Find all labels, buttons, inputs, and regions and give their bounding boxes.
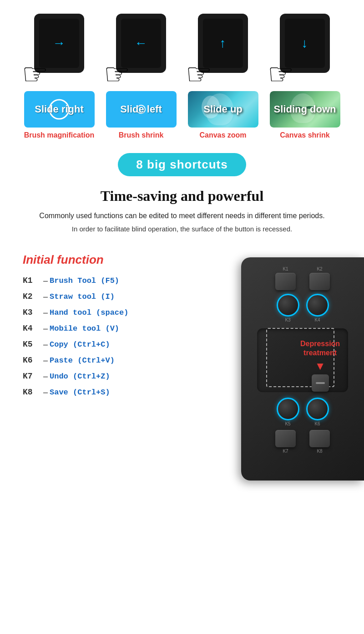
key-function-k4: Mobile tool (V) (50, 324, 119, 333)
gesture-image-right: → ☞ (24, 9, 95, 89)
gesture-item-down: ↓ ☞ Sliding down Canvas shrink (266, 9, 344, 139)
key-list: K1 – Brush Tool (F5) K2 – Straw tool (I)… (23, 276, 182, 397)
key-dash-k8: – (43, 388, 48, 397)
key-label-k2: K2 (23, 292, 43, 301)
key-label-k3: K3 (23, 308, 43, 317)
depression-annotation: Depression treatment ▼ (300, 339, 340, 392)
depression-button-line (316, 382, 325, 384)
key-label-k4: K4 (23, 324, 43, 333)
dial-row-bottom: K5 K6 (248, 398, 357, 426)
key-dash-k1: – (43, 276, 48, 286)
slide-left-text: Slide left (120, 103, 162, 115)
top-key-row: K1 K2 (248, 266, 357, 290)
caption-right: Brush magnification (24, 131, 95, 139)
key-function-k1: Brush Tool (F5) (50, 276, 119, 285)
k2-label: K2 (317, 266, 322, 271)
k8-button[interactable] (309, 430, 330, 447)
time-saving-desc2: In order to facilitate blind operation, … (14, 224, 350, 235)
gesture-item-left: ← ☞ Slide left Brush shrink (102, 9, 180, 139)
time-saving-desc1: Commonly used functions can be edited to… (14, 210, 350, 222)
shortcuts-badge: 8 big shortcuts (118, 153, 246, 176)
key-label-k1: K1 (23, 276, 43, 285)
key-dash-k4: – (43, 324, 48, 333)
initial-title: Initial function (23, 253, 182, 267)
gesture-image-up: ↑ ☞ (188, 9, 258, 89)
slide-left-label: Slide left (106, 91, 177, 128)
hand-left: ☞ (104, 57, 130, 91)
key-item-k3: K3 – Hand tool (space) (23, 308, 182, 317)
gesture-section: → ☞ Slide right Brush magnification ← ☞ … (0, 0, 364, 144)
k3-dial[interactable] (277, 294, 299, 317)
k8-group: K8 (309, 430, 330, 454)
slide-right-label: Slide right (24, 91, 95, 128)
hand-down: ☞ (268, 57, 294, 91)
key-label-k7: K7 (23, 372, 43, 381)
k4-label: K4 (314, 317, 320, 322)
key-dash-k5: – (43, 340, 48, 349)
arrow-left-icon: ← (135, 36, 147, 51)
k1-group: K1 (275, 266, 296, 290)
arrow-down-icon: ↓ (302, 36, 308, 51)
bottom-key-row: K7 K8 (248, 430, 357, 454)
key-label-k8: K8 (23, 388, 43, 397)
k2-button[interactable] (309, 273, 330, 290)
key-dash-k6: – (43, 356, 48, 365)
k5-dial[interactable] (277, 398, 299, 420)
initial-right: Depression treatment ▼ K1 K2 (182, 253, 355, 471)
depression-button (312, 374, 329, 392)
slide-up-text: Slide up (203, 103, 243, 115)
key-function-k5: Copy (Ctrl+C) (50, 340, 110, 349)
initial-section: Initial function K1 – Brush Tool (F5) K2… (0, 244, 364, 481)
k4-group: K4 (306, 294, 329, 322)
time-saving-section: Time-saving and powerful Commonly used f… (0, 183, 364, 244)
k8-label: K8 (317, 449, 322, 454)
k5-group: K5 (277, 398, 299, 426)
k3-group: K3 (277, 294, 299, 322)
k7-button[interactable] (275, 430, 296, 447)
gesture-image-left: ← ☞ (106, 9, 177, 89)
caption-left: Brush shrink (119, 131, 164, 139)
key-item-k1: K1 – Brush Tool (F5) (23, 276, 182, 286)
depression-text: Depression treatment (300, 339, 340, 358)
key-label-k5: K5 (23, 340, 43, 349)
key-item-k4: K4 – Mobile tool (V) (23, 324, 182, 333)
slide-down-label: Sliding down (270, 91, 340, 128)
key-label-k6: K6 (23, 356, 43, 365)
key-function-k7: Undo (Ctrl+Z) (50, 372, 110, 381)
gesture-item-up: ↑ ☞ Slide up Canvas zoom (184, 9, 262, 139)
k6-label: K6 (314, 421, 320, 426)
k4-dial[interactable] (306, 294, 329, 317)
k1-label: K1 (283, 266, 288, 271)
slide-up-label: Slide up (188, 91, 258, 128)
key-item-k5: K5 – Copy (Ctrl+C) (23, 340, 182, 349)
key-item-k6: K6 – Paste (Ctrl+V) (23, 356, 182, 365)
gesture-image-down: ↓ ☞ (270, 9, 340, 89)
key-function-k8: Save (Ctrl+S) (50, 388, 110, 397)
key-function-k6: Paste (Ctrl+V) (50, 356, 115, 365)
key-function-k2: Straw tool (I) (50, 292, 115, 301)
slide-down-text: Sliding down (274, 103, 336, 115)
key-function-k3: Hand tool (space) (50, 308, 128, 317)
time-saving-title: Time-saving and powerful (14, 188, 350, 205)
slide-right-text: Slide right (35, 103, 84, 115)
key-item-k8: K8 – Save (Ctrl+S) (23, 388, 182, 397)
k7-label: K7 (283, 449, 288, 454)
k1-button[interactable] (275, 273, 296, 290)
key-item-k7: K7 – Undo (Ctrl+Z) (23, 372, 182, 381)
k5-label: K5 (285, 421, 290, 426)
hand-right: ☞ (22, 57, 48, 91)
k7-group: K7 (275, 430, 296, 454)
key-dash-k3: – (43, 308, 48, 317)
caption-up: Canvas zoom (199, 131, 246, 139)
arrow-right-icon: → (53, 36, 66, 51)
key-dash-k2: – (43, 292, 48, 302)
dial-row-top: K3 K4 (248, 294, 357, 322)
k6-dial[interactable] (306, 398, 329, 420)
gesture-item-right: → ☞ Slide right Brush magnification (20, 9, 98, 139)
shortcuts-badge-section: 8 big shortcuts (0, 144, 364, 183)
hand-up: ☞ (186, 57, 212, 91)
caption-down: Canvas shrink (280, 131, 329, 139)
k6-group: K6 (306, 398, 329, 426)
key-dash-k7: – (43, 372, 48, 381)
key-item-k2: K2 – Straw tool (I) (23, 292, 182, 302)
